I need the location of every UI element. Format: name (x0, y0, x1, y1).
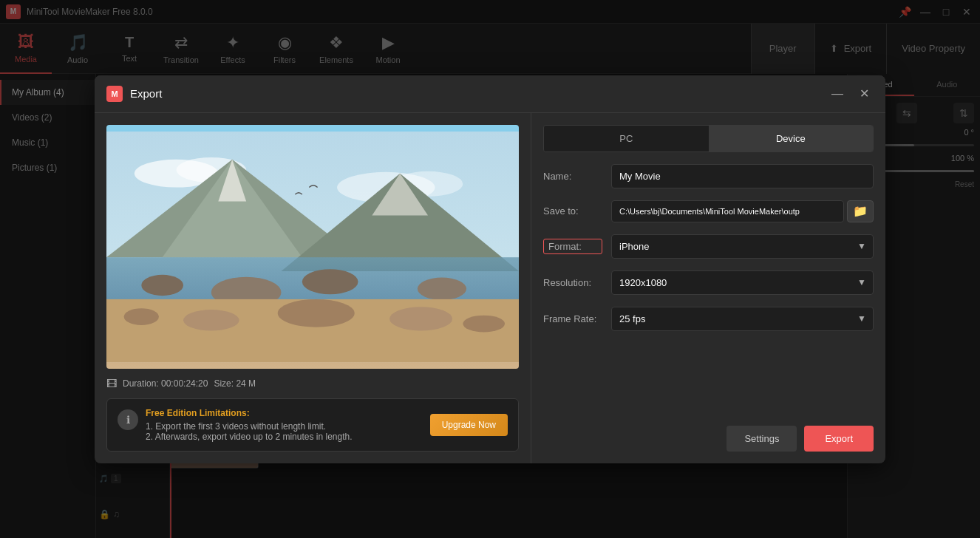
resolution-row: Resolution: 1920x1080 1280x720 854x480 6… (543, 270, 874, 295)
modal-overlay: M Export — ✕ (0, 0, 980, 538)
modal-preview: 🎞 Duration: 00:00:24:20 Size: 24 M ℹ Fre… (95, 113, 531, 463)
modal-titlebar: M Export — ✕ (95, 75, 885, 113)
format-label: Format: (543, 239, 602, 254)
save-to-input-group: 📁 (611, 200, 874, 222)
tab-device[interactable]: Device (709, 126, 874, 151)
film-icon: 🎞 (106, 378, 117, 389)
info-icon: ℹ (118, 409, 138, 430)
save-to-input[interactable] (611, 200, 844, 222)
svg-point-22 (278, 299, 355, 327)
save-to-label: Save to: (543, 205, 602, 217)
preview-duration: Duration: 00:00:24:20 (123, 378, 208, 389)
export-button[interactable]: Export (804, 426, 874, 452)
preview-svg (106, 125, 519, 369)
svg-point-23 (389, 307, 452, 330)
tab-pc[interactable]: PC (544, 126, 709, 151)
modal-app-icon: M (106, 86, 123, 102)
svg-point-15 (141, 274, 183, 295)
limitations-line1: 1. Export the first 3 videos without len… (146, 421, 423, 432)
upgrade-now-button[interactable]: Upgrade Now (430, 414, 508, 436)
save-to-row: Save to: 📁 (543, 200, 874, 222)
frame-rate-row: Frame Rate: 25 fps 24 fps 30 fps 60 fps … (543, 307, 874, 331)
limitations-text: Free Edition Limitations: 1. Export the … (146, 408, 423, 442)
svg-point-20 (124, 308, 159, 325)
frame-rate-label: Frame Rate: (543, 313, 602, 324)
limitations-title: Free Edition Limitations: (146, 408, 423, 418)
browse-folder-button[interactable]: 📁 (847, 200, 874, 222)
svg-point-17 (302, 269, 358, 294)
preview-size: Size: 24 M (214, 378, 256, 389)
preview-image (106, 125, 519, 369)
settings-button[interactable]: Settings (727, 426, 797, 452)
svg-point-21 (183, 310, 239, 330)
frame-rate-select-wrapper: 25 fps 24 fps 30 fps 60 fps ▼ (611, 307, 874, 331)
name-row: Name: (543, 164, 874, 188)
svg-point-24 (463, 315, 505, 332)
frame-rate-select[interactable]: 25 fps 24 fps 30 fps 60 fps (611, 307, 874, 331)
export-modal: M Export — ✕ (95, 75, 885, 463)
modal-close-button[interactable]: ✕ (854, 84, 874, 103)
preview-info: 🎞 Duration: 00:00:24:20 Size: 24 M (106, 378, 519, 389)
modal-footer: Settings Export (543, 420, 874, 452)
format-select-wrapper: iPhone MP4 MOV AVI MKV WMV ▼ (611, 234, 874, 259)
resolution-select[interactable]: 1920x1080 1280x720 854x480 640x360 (611, 270, 874, 295)
limitations-line2: 2. Afterwards, export video up to 2 minu… (146, 432, 423, 442)
modal-minimize-button[interactable]: — (828, 84, 847, 103)
name-input[interactable] (611, 164, 874, 188)
svg-point-18 (418, 277, 466, 299)
format-select[interactable]: iPhone MP4 MOV AVI MKV WMV (611, 234, 874, 259)
export-tab-bar: PC Device (543, 125, 874, 152)
modal-title: Export (130, 87, 820, 100)
name-label: Name: (543, 171, 602, 182)
limitations-box: ℹ Free Edition Limitations: 1. Export th… (106, 398, 519, 452)
modal-settings: PC Device Name: Save to: 📁 (531, 113, 885, 463)
resolution-label: Resolution: (543, 277, 602, 288)
modal-body: 🎞 Duration: 00:00:24:20 Size: 24 M ℹ Fre… (95, 113, 885, 463)
resolution-select-wrapper: 1920x1080 1280x720 854x480 640x360 ▼ (611, 270, 874, 295)
format-row: Format: iPhone MP4 MOV AVI MKV WMV ▼ (543, 234, 874, 259)
